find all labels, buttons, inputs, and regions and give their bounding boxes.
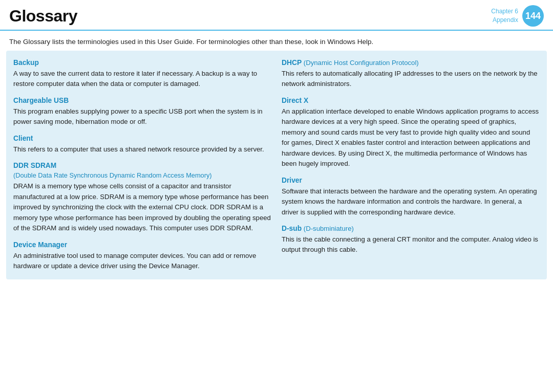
entry-backup: Backup A way to save the current data to… — [13, 59, 271, 90]
entry-d-sub-body: This is the cable connecting a general C… — [282, 234, 540, 255]
entry-ddr-sdram-subtitle: (Double Data Rate Synchronous Dynamic Ra… — [13, 171, 271, 179]
entry-backup-title: Backup — [13, 59, 271, 67]
entry-device-manager: Device Manager An administrative tool us… — [13, 241, 271, 272]
page-number-badge: 144 — [522, 5, 544, 27]
entry-d-sub-title: D-sub (D-subminiature) — [282, 225, 540, 232]
entry-direct-x: Direct X An application interface develo… — [282, 97, 540, 169]
entry-d-sub: D-sub (D-subminiature) This is the cable… — [282, 225, 540, 255]
glossary-container: Backup A way to save the current data to… — [6, 51, 547, 279]
entry-device-manager-body: An administrative tool used to manage co… — [13, 251, 271, 272]
header-right: Chapter 6 Appendix 144 — [491, 5, 544, 27]
entry-client-title: Client — [13, 135, 271, 142]
entry-chargeable-usb: Chargeable USB This program enables supp… — [13, 97, 271, 127]
left-column: Backup A way to save the current data to… — [13, 59, 271, 271]
entry-backup-body: A way to save the current data to restor… — [13, 69, 271, 90]
entry-dhcp-body: This refers to automatically allocating … — [282, 69, 540, 90]
entry-ddr-sdram-body: DRAM is a memory type whose cells consis… — [13, 181, 271, 233]
entry-driver-title: Driver — [282, 177, 540, 184]
entry-direct-x-title: Direct X — [282, 97, 540, 104]
page-title: Glossary — [9, 7, 77, 26]
entry-device-manager-title: Device Manager — [13, 241, 271, 249]
entry-dhcp: DHCP (Dynamic Host Configuration Protoco… — [282, 59, 540, 90]
entry-direct-x-body: An application interface developed to en… — [282, 106, 540, 169]
entry-chargeable-usb-body: This program enables supplying power to … — [13, 106, 271, 127]
entry-ddr-sdram-title: DDR SDRAM — [13, 162, 271, 169]
entry-dhcp-title: DHCP (Dynamic Host Configuration Protoco… — [282, 59, 540, 67]
entry-driver: Driver Software that interacts between t… — [282, 177, 540, 217]
page-header: Glossary Chapter 6 Appendix 144 — [0, 0, 553, 31]
intro-text: The Glossary lists the terminologies use… — [0, 31, 553, 51]
entry-client-body: This refers to a computer that uses a sh… — [13, 144, 271, 155]
entry-ddr-sdram: DDR SDRAM (Double Data Rate Synchronous … — [13, 162, 271, 233]
entry-client: Client This refers to a computer that us… — [13, 135, 271, 155]
entry-chargeable-usb-title: Chargeable USB — [13, 97, 271, 104]
chapter-label: Chapter 6 Appendix — [491, 7, 518, 25]
right-column: DHCP (Dynamic Host Configuration Protoco… — [282, 59, 540, 271]
entry-driver-body: Software that interacts between the hard… — [282, 186, 540, 217]
